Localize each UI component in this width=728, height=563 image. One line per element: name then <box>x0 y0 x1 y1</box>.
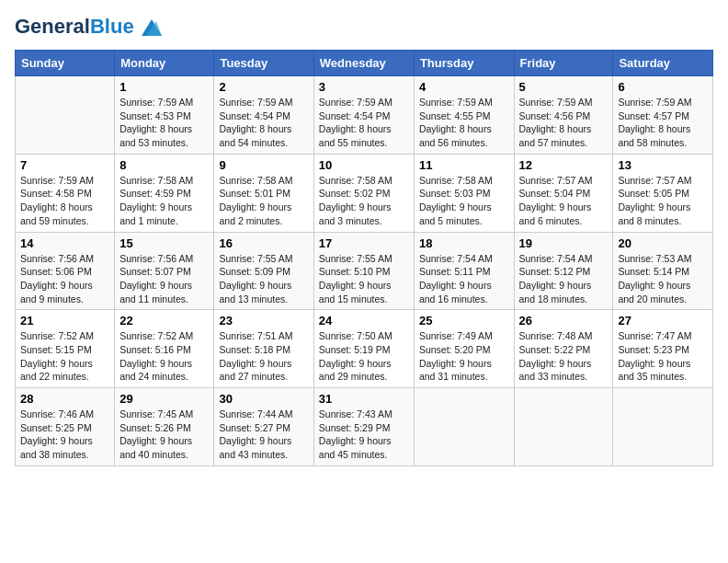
day-number: 3 <box>319 80 409 94</box>
day-number: 24 <box>319 314 409 327</box>
day-number: 2 <box>219 80 308 94</box>
day-cell: 7Sunrise: 7:59 AM Sunset: 4:58 PM Daylig… <box>16 154 115 232</box>
day-cell: 21Sunrise: 7:52 AM Sunset: 5:15 PM Dayli… <box>16 310 115 388</box>
day-info: Sunrise: 7:51 AM Sunset: 5:18 PM Dayligh… <box>219 329 308 384</box>
day-info: Sunrise: 7:50 AM Sunset: 5:19 PM Dayligh… <box>319 329 409 384</box>
week-row-4: 21Sunrise: 7:52 AM Sunset: 5:15 PM Dayli… <box>16 310 713 388</box>
day-cell: 5Sunrise: 7:59 AM Sunset: 4:56 PM Daylig… <box>514 76 613 155</box>
day-number: 22 <box>119 314 209 327</box>
day-cell: 11Sunrise: 7:58 AM Sunset: 5:03 PM Dayli… <box>414 154 514 232</box>
calendar-header-row: SundayMondayTuesdayWednesdayThursdayFrid… <box>16 51 713 76</box>
week-row-2: 7Sunrise: 7:59 AM Sunset: 4:58 PM Daylig… <box>16 154 713 232</box>
day-cell: 31Sunrise: 7:43 AM Sunset: 5:29 PM Dayli… <box>313 388 414 466</box>
day-cell: 13Sunrise: 7:57 AM Sunset: 5:05 PM Dayli… <box>613 154 713 232</box>
day-info: Sunrise: 7:57 AM Sunset: 5:05 PM Dayligh… <box>618 174 708 228</box>
week-row-1: 1Sunrise: 7:59 AM Sunset: 4:53 PM Daylig… <box>16 76 713 155</box>
day-cell: 27Sunrise: 7:47 AM Sunset: 5:23 PM Dayli… <box>613 310 713 388</box>
day-info: Sunrise: 7:59 AM Sunset: 4:54 PM Dayligh… <box>219 96 308 150</box>
day-info: Sunrise: 7:58 AM Sunset: 5:03 PM Dayligh… <box>419 174 509 228</box>
day-cell: 20Sunrise: 7:53 AM Sunset: 5:14 PM Dayli… <box>613 232 713 310</box>
column-header-monday: Monday <box>115 51 214 76</box>
day-number: 29 <box>119 392 209 406</box>
day-cell: 3Sunrise: 7:59 AM Sunset: 4:54 PM Daylig… <box>313 76 414 155</box>
day-cell: 19Sunrise: 7:54 AM Sunset: 5:12 PM Dayli… <box>514 232 613 310</box>
day-info: Sunrise: 7:59 AM Sunset: 4:55 PM Dayligh… <box>419 96 509 150</box>
day-cell: 25Sunrise: 7:49 AM Sunset: 5:20 PM Dayli… <box>414 310 514 388</box>
day-number: 8 <box>119 158 209 172</box>
day-number: 6 <box>618 80 708 94</box>
day-number: 26 <box>519 314 609 327</box>
day-info: Sunrise: 7:59 AM Sunset: 4:57 PM Dayligh… <box>618 96 708 150</box>
day-info: Sunrise: 7:58 AM Sunset: 4:59 PM Dayligh… <box>119 174 209 228</box>
day-info: Sunrise: 7:44 AM Sunset: 5:27 PM Dayligh… <box>219 408 308 462</box>
week-row-5: 28Sunrise: 7:46 AM Sunset: 5:25 PM Dayli… <box>16 388 713 466</box>
day-info: Sunrise: 7:54 AM Sunset: 5:11 PM Dayligh… <box>419 252 509 306</box>
day-number: 13 <box>618 158 708 172</box>
day-info: Sunrise: 7:59 AM Sunset: 4:56 PM Dayligh… <box>519 96 609 150</box>
day-cell: 6Sunrise: 7:59 AM Sunset: 4:57 PM Daylig… <box>613 76 713 155</box>
day-info: Sunrise: 7:52 AM Sunset: 5:15 PM Dayligh… <box>20 329 109 384</box>
day-number: 18 <box>419 236 509 250</box>
calendar-table: SundayMondayTuesdayWednesdayThursdayFrid… <box>15 50 713 466</box>
day-number: 17 <box>319 236 409 250</box>
day-info: Sunrise: 7:43 AM Sunset: 5:29 PM Dayligh… <box>319 408 409 462</box>
day-cell: 10Sunrise: 7:58 AM Sunset: 5:02 PM Dayli… <box>313 154 414 232</box>
day-number: 15 <box>119 236 209 250</box>
day-cell: 28Sunrise: 7:46 AM Sunset: 5:25 PM Dayli… <box>16 388 115 466</box>
day-number: 25 <box>419 314 509 327</box>
week-row-3: 14Sunrise: 7:56 AM Sunset: 5:06 PM Dayli… <box>16 232 713 310</box>
day-info: Sunrise: 7:53 AM Sunset: 5:14 PM Dayligh… <box>618 252 708 306</box>
day-cell: 4Sunrise: 7:59 AM Sunset: 4:55 PM Daylig… <box>414 76 514 155</box>
day-info: Sunrise: 7:57 AM Sunset: 5:04 PM Dayligh… <box>519 174 609 228</box>
day-cell: 24Sunrise: 7:50 AM Sunset: 5:19 PM Dayli… <box>313 310 414 388</box>
day-info: Sunrise: 7:56 AM Sunset: 5:07 PM Dayligh… <box>119 252 209 306</box>
day-info: Sunrise: 7:52 AM Sunset: 5:16 PM Dayligh… <box>119 329 209 384</box>
day-info: Sunrise: 7:59 AM Sunset: 4:53 PM Dayligh… <box>119 96 209 150</box>
day-info: Sunrise: 7:55 AM Sunset: 5:10 PM Dayligh… <box>319 252 409 306</box>
day-number: 4 <box>419 80 509 94</box>
day-number: 30 <box>219 392 308 406</box>
day-cell: 8Sunrise: 7:58 AM Sunset: 4:59 PM Daylig… <box>115 154 214 232</box>
day-info: Sunrise: 7:56 AM Sunset: 5:06 PM Dayligh… <box>20 252 109 306</box>
day-number: 23 <box>219 314 308 327</box>
day-info: Sunrise: 7:55 AM Sunset: 5:09 PM Dayligh… <box>219 252 308 306</box>
day-cell <box>514 388 613 466</box>
day-info: Sunrise: 7:54 AM Sunset: 5:12 PM Dayligh… <box>519 252 609 306</box>
day-number: 10 <box>319 158 409 172</box>
day-info: Sunrise: 7:46 AM Sunset: 5:25 PM Dayligh… <box>20 408 109 462</box>
day-info: Sunrise: 7:59 AM Sunset: 4:54 PM Dayligh… <box>319 96 409 150</box>
day-info: Sunrise: 7:59 AM Sunset: 4:58 PM Dayligh… <box>20 174 109 228</box>
day-number: 7 <box>20 158 109 172</box>
column-header-tuesday: Tuesday <box>214 51 313 76</box>
day-number: 16 <box>219 236 308 250</box>
day-info: Sunrise: 7:47 AM Sunset: 5:23 PM Dayligh… <box>618 329 708 384</box>
day-cell: 23Sunrise: 7:51 AM Sunset: 5:18 PM Dayli… <box>214 310 313 388</box>
day-number: 1 <box>119 80 209 94</box>
day-info: Sunrise: 7:45 AM Sunset: 5:26 PM Dayligh… <box>119 408 209 462</box>
day-cell: 12Sunrise: 7:57 AM Sunset: 5:04 PM Dayli… <box>514 154 613 232</box>
day-cell: 16Sunrise: 7:55 AM Sunset: 5:09 PM Dayli… <box>214 232 313 310</box>
day-info: Sunrise: 7:58 AM Sunset: 5:02 PM Dayligh… <box>319 174 409 228</box>
day-number: 9 <box>219 158 308 172</box>
day-cell: 29Sunrise: 7:45 AM Sunset: 5:26 PM Dayli… <box>115 388 214 466</box>
day-cell: 1Sunrise: 7:59 AM Sunset: 4:53 PM Daylig… <box>115 76 214 155</box>
day-cell: 14Sunrise: 7:56 AM Sunset: 5:06 PM Dayli… <box>16 232 115 310</box>
day-number: 12 <box>519 158 609 172</box>
day-number: 21 <box>20 314 109 327</box>
day-cell: 9Sunrise: 7:58 AM Sunset: 5:01 PM Daylig… <box>214 154 313 232</box>
day-number: 5 <box>519 80 609 94</box>
day-cell: 2Sunrise: 7:59 AM Sunset: 4:54 PM Daylig… <box>214 76 313 155</box>
day-cell: 22Sunrise: 7:52 AM Sunset: 5:16 PM Dayli… <box>115 310 214 388</box>
day-info: Sunrise: 7:58 AM Sunset: 5:01 PM Dayligh… <box>219 174 308 228</box>
day-number: 11 <box>419 158 509 172</box>
day-cell <box>16 76 115 155</box>
day-number: 14 <box>20 236 109 250</box>
day-cell <box>613 388 713 466</box>
logo-icon <box>142 19 162 36</box>
page-header: GeneralBlue <box>15 15 713 39</box>
column-header-sunday: Sunday <box>16 51 115 76</box>
column-header-wednesday: Wednesday <box>313 51 414 76</box>
day-number: 19 <box>519 236 609 250</box>
day-cell: 26Sunrise: 7:48 AM Sunset: 5:22 PM Dayli… <box>514 310 613 388</box>
column-header-thursday: Thursday <box>414 51 514 76</box>
